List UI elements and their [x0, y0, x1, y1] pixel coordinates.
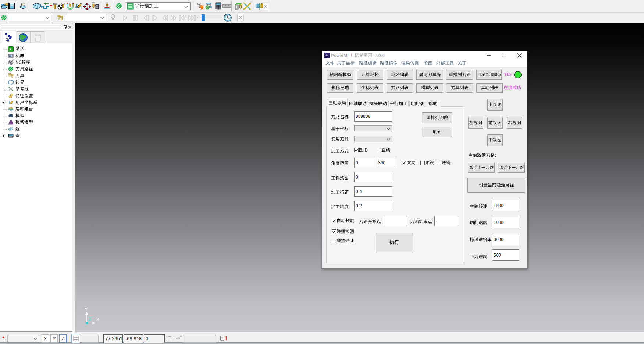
- svg-text:X: X: [96, 317, 100, 322]
- svg-text:Z: Z: [166, 339, 168, 341]
- svg-text:Z: Z: [88, 317, 91, 322]
- svg-text:Y: Y: [85, 306, 88, 312]
